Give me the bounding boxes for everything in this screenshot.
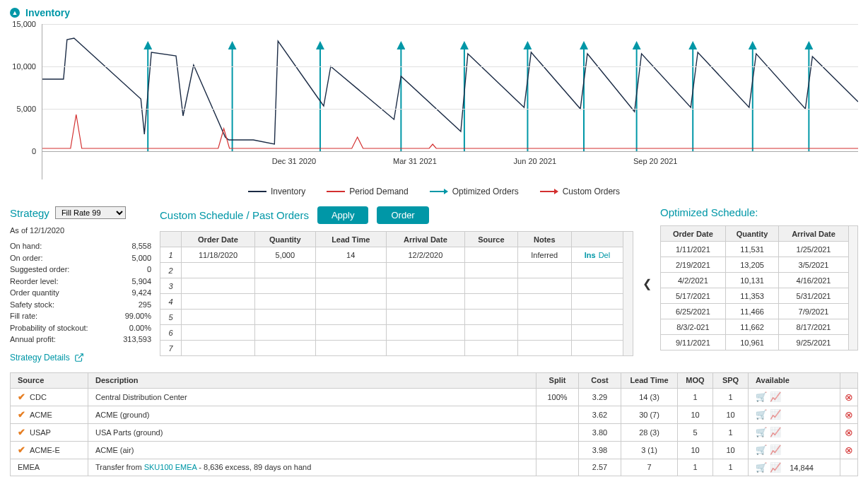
- action-cell: ⊗: [840, 423, 858, 441]
- apply-button[interactable]: Apply: [317, 206, 369, 224]
- notes-cell[interactable]: Inferred: [517, 247, 571, 263]
- delete-button[interactable]: Del: [599, 251, 611, 259]
- cost-cell: 3.62: [579, 406, 621, 423]
- order-date-cell[interactable]: [182, 294, 255, 310]
- quantity-cell[interactable]: [254, 325, 315, 341]
- lead-time-cell[interactable]: [315, 294, 386, 310]
- table-row[interactable]: 2: [160, 263, 623, 278]
- moq-cell: 5: [678, 423, 713, 441]
- check-icon: ✔: [18, 427, 25, 437]
- check-icon: ✔: [18, 444, 25, 455]
- lead-time-cell[interactable]: 14: [315, 247, 386, 263]
- chart-up-icon[interactable]: 📈: [770, 391, 781, 402]
- transfer-arrow-icon[interactable]: ❮: [642, 206, 652, 290]
- quantity-cell[interactable]: 5,000: [254, 247, 315, 263]
- strategy-select[interactable]: Fill Rate 99: [55, 206, 126, 219]
- arrival-date-cell[interactable]: [386, 278, 464, 294]
- remove-icon[interactable]: ⊗: [845, 427, 853, 438]
- source-cell[interactable]: [465, 310, 518, 325]
- order-date-cell[interactable]: [182, 263, 255, 278]
- lead-time-cell[interactable]: [315, 325, 386, 341]
- metric-label: On hand:: [10, 240, 42, 252]
- order-button[interactable]: Order: [377, 206, 428, 224]
- source-cell[interactable]: [465, 278, 518, 294]
- arrival-date-cell[interactable]: 12/2/2020: [386, 247, 464, 263]
- chart-up-icon[interactable]: 📈: [770, 444, 781, 455]
- cart-icon[interactable]: 🛒: [756, 444, 767, 455]
- table-row[interactable]: 4: [160, 294, 623, 310]
- order-date-cell[interactable]: [182, 278, 255, 294]
- order-date-cell[interactable]: [182, 310, 255, 325]
- quantity-cell[interactable]: [254, 341, 315, 356]
- lead-time-cell[interactable]: [315, 263, 386, 278]
- table-row[interactable]: 3: [160, 278, 623, 294]
- spq-cell: 10: [713, 441, 749, 459]
- lead-time-cell[interactable]: [315, 310, 386, 325]
- remove-icon[interactable]: ⊗: [845, 391, 853, 403]
- metric-label: Fill rate:: [10, 310, 37, 322]
- notes-cell[interactable]: [517, 263, 571, 278]
- row-actions: [571, 278, 623, 294]
- metric-value: 9,424: [131, 287, 151, 299]
- table-row: 4/2/202110,1314/16/2021: [661, 273, 849, 288]
- quantity-cell[interactable]: [254, 263, 315, 278]
- source-desc: USA Parts (ground): [88, 423, 536, 441]
- arrival-date-cell[interactable]: [386, 325, 464, 341]
- lead-time-cell[interactable]: [315, 341, 386, 356]
- quantity-cell[interactable]: [254, 294, 315, 310]
- source-name: ✔ACME: [11, 406, 88, 423]
- optimized-panel: Optimized Schedule: Order Date Quantity …: [660, 206, 858, 350]
- arrival-date-cell[interactable]: [386, 294, 464, 310]
- arrival-date-cell[interactable]: [386, 263, 464, 278]
- insert-button[interactable]: Ins: [585, 251, 596, 259]
- table-row[interactable]: 5: [160, 310, 623, 325]
- notes-cell[interactable]: [517, 278, 571, 294]
- notes-cell[interactable]: [517, 310, 571, 325]
- collapse-icon[interactable]: ▲: [10, 8, 20, 18]
- spq-cell: 1: [713, 423, 749, 441]
- source-cell[interactable]: [465, 247, 518, 263]
- action-cell: ⊗: [840, 441, 858, 459]
- arrival-date-cell[interactable]: [386, 310, 464, 325]
- inventory-chart: 15,000 10,000 5,000 0: [42, 24, 858, 179]
- table-row[interactable]: 6: [160, 325, 623, 341]
- chart-up-icon[interactable]: 📈: [770, 462, 781, 473]
- scrollbar[interactable]: [849, 225, 858, 350]
- table-row[interactable]: 7: [160, 341, 623, 356]
- quantity-cell[interactable]: [254, 310, 315, 325]
- source-row: ✔CDC Central Distribution Center 100% 3.…: [11, 388, 858, 406]
- strategy-metric-row: Suggested order:0: [10, 264, 151, 276]
- cart-icon[interactable]: 🛒: [756, 462, 767, 473]
- row-number: 6: [160, 325, 182, 341]
- quantity-cell[interactable]: [254, 278, 315, 294]
- source-cell[interactable]: [465, 341, 518, 356]
- arrival-date-cell[interactable]: [386, 341, 464, 356]
- order-date-cell[interactable]: [182, 325, 255, 341]
- source-name: ✔USAP: [11, 423, 88, 441]
- remove-icon[interactable]: ⊗: [845, 409, 853, 420]
- source-cell[interactable]: [465, 325, 518, 341]
- strategy-details-link[interactable]: Strategy Details: [10, 353, 84, 363]
- order-date-cell[interactable]: 11/18/2020: [182, 247, 255, 263]
- sku-link[interactable]: SKU100 EMEA: [144, 463, 197, 471]
- notes-cell[interactable]: [517, 294, 571, 310]
- notes-cell[interactable]: [517, 341, 571, 356]
- chart-up-icon[interactable]: 📈: [770, 427, 781, 437]
- order-date-cell[interactable]: [182, 341, 255, 356]
- table-row[interactable]: 111/18/20205,0001412/2/2020InferredInsDe…: [160, 247, 623, 263]
- source-cell[interactable]: [465, 263, 518, 278]
- source-cell[interactable]: [465, 294, 518, 310]
- table-row: 9/11/202110,9619/25/2021: [661, 335, 849, 350]
- row-actions: [571, 310, 623, 325]
- cost-cell: 3.80: [579, 423, 621, 441]
- remove-icon[interactable]: ⊗: [845, 444, 853, 456]
- scrollbar[interactable]: [623, 231, 633, 356]
- chart-up-icon[interactable]: 📈: [770, 409, 781, 420]
- cart-icon[interactable]: 🛒: [756, 391, 767, 402]
- cart-icon[interactable]: 🛒: [756, 427, 767, 437]
- lead-cell: 14 (3): [621, 388, 678, 406]
- source-desc: Central Distribution Center: [88, 388, 536, 406]
- lead-time-cell[interactable]: [315, 278, 386, 294]
- notes-cell[interactable]: [517, 325, 571, 341]
- cart-icon[interactable]: 🛒: [756, 409, 767, 420]
